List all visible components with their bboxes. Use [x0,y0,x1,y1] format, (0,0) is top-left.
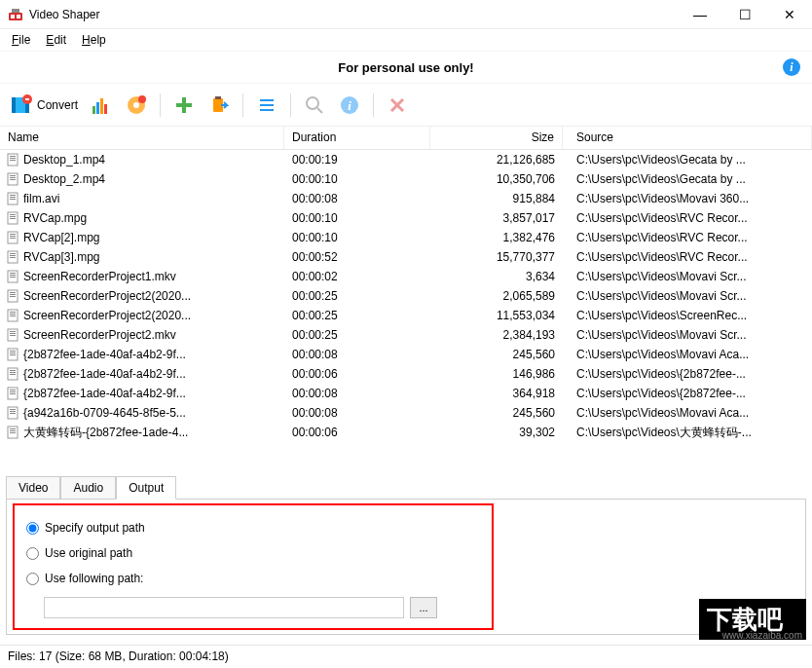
table-header: Name Duration Size Source [0,127,812,150]
file-size: 245,560 [430,348,563,361]
svg-rect-74 [10,370,16,371]
file-duration: 00:00:06 [284,426,430,439]
svg-rect-10 [96,102,99,114]
table-row[interactable]: ScreenRecorderProject1.mkv00:00:023,634C… [0,267,812,286]
minimize-button[interactable]: — [678,0,722,29]
svg-text:i: i [348,98,351,113]
equalizer-button[interactable] [86,90,117,121]
file-size: 146,986 [430,367,563,381]
table-row[interactable]: {2b872fee-1ade-40af-a4b2-9f...00:00:0824… [0,345,812,364]
file-source: C:\Users\pc\Videos\RVC Recor... [563,231,812,244]
svg-rect-86 [10,428,16,429]
file-size: 3,857,017 [430,211,563,225]
table-row[interactable]: 大黄蜂转码-{2b872fee-1ade-4...00:00:0639,302C… [0,423,812,442]
label-original-path: Use original path [45,546,132,560]
svg-rect-46 [10,234,16,235]
table-row[interactable]: ScreenRecorderProject2(2020...00:00:252,… [0,286,812,306]
file-size: 39,302 [430,426,563,439]
file-size: 3,634 [430,270,563,283]
svg-rect-66 [10,331,16,332]
file-source: C:\Users\pc\Videos\Movavi Aca... [563,348,812,361]
radio-specify-path[interactable] [26,522,39,535]
table-row[interactable]: {2b872fee-1ade-40af-a4b2-9f...00:00:0614… [0,364,812,384]
table-row[interactable]: RVCap.mpg00:00:103,857,017C:\Users\pc\Vi… [0,208,812,228]
file-size: 15,770,377 [430,250,563,264]
svg-rect-5 [12,97,16,113]
svg-rect-68 [10,335,16,336]
file-icon [6,309,19,322]
close-button[interactable]: ✕ [767,0,812,29]
file-duration: 00:00:08 [284,406,430,420]
tab-output[interactable]: Output [116,476,176,500]
table-row[interactable]: {2b872fee-1ade-40af-a4b2-9f...00:00:0836… [0,384,812,403]
list-button[interactable] [251,90,282,121]
paste-button[interactable] [203,90,235,121]
radio-following-path[interactable] [26,573,39,585]
menu-edit[interactable]: Edit [38,31,74,49]
info-button[interactable]: i [334,90,365,121]
svg-rect-19 [215,96,221,99]
table-row[interactable]: Desktop_2.mp400:00:1010,350,706C:\Users\… [0,169,812,189]
file-icon [6,270,19,283]
file-name: {2b872fee-1ade-40af-a4b2-9f... [23,348,186,361]
svg-rect-78 [10,390,16,390]
table-row[interactable]: RVCap[3].mpg00:00:5215,770,377C:\Users\p… [0,247,812,267]
file-source: C:\Users\pc\Videos\Movavi Scr... [563,289,812,303]
status-text: Files: 17 (Size: 68 MB, Duration: 00:04:… [8,649,229,663]
file-duration: 00:00:08 [284,348,430,361]
file-duration: 00:00:10 [284,231,430,244]
svg-rect-32 [10,160,16,161]
app-icon [8,7,23,22]
search-button[interactable] [299,90,330,121]
col-header-duration[interactable]: Duration [284,127,430,149]
table-row[interactable]: ScreenRecorderProject2(2020...00:00:2511… [0,306,812,325]
menu-file[interactable]: File [4,31,38,49]
titlebar: Video Shaper — ☐ ✕ [0,0,812,29]
file-duration: 00:00:08 [284,387,430,400]
col-header-name[interactable]: Name [0,127,284,149]
svg-rect-9 [92,106,95,114]
file-size: 2,384,193 [430,328,563,342]
file-size: 364,918 [430,387,563,400]
label-specify-path: Specify output path [45,521,145,535]
add-button[interactable] [168,90,200,121]
path-input[interactable] [44,597,404,618]
file-size: 1,382,476 [430,231,563,244]
menu-help[interactable]: Help [74,31,114,49]
file-icon [6,328,19,342]
svg-rect-2 [17,15,20,19]
file-duration: 00:00:10 [284,172,430,186]
table-row[interactable]: {a942a16b-0709-4645-8f5e-5...00:00:08245… [0,403,812,423]
file-size: 10,350,706 [430,172,563,186]
svg-rect-56 [10,277,16,278]
radio-original-path[interactable] [26,547,39,560]
maximize-button[interactable]: ☐ [722,0,767,29]
burn-disc-button[interactable] [121,90,152,121]
file-icon [6,153,19,167]
table-row[interactable]: ScreenRecorderProject2.mkv00:00:252,384,… [0,325,812,345]
tab-content-output: Specify output path Use original path Us… [6,499,806,635]
svg-rect-50 [10,253,16,254]
svg-rect-55 [10,275,16,276]
file-icon [6,192,19,205]
convert-button[interactable]: Convert [6,90,82,121]
table-row[interactable]: film.avi00:00:08915,884C:\Users\pc\Video… [0,189,812,208]
file-icon [6,211,19,225]
file-icon [6,406,19,420]
file-size: 21,126,685 [430,153,563,167]
table-row[interactable]: Desktop_1.mp400:00:1921,126,685C:\Users\… [0,150,812,169]
tab-audio[interactable]: Audio [60,476,116,500]
svg-point-15 [138,95,146,103]
col-header-source[interactable]: Source [563,127,812,149]
svg-rect-11 [100,98,103,114]
col-header-size[interactable]: Size [430,127,563,149]
svg-rect-82 [10,409,16,410]
svg-line-24 [317,108,322,113]
delete-button[interactable] [382,90,413,121]
tab-video[interactable]: Video [6,476,60,500]
file-icon [6,231,19,244]
table-row[interactable]: RVCap[2].mpg00:00:101,382,476C:\Users\pc… [0,228,812,247]
file-source: C:\Users\pc\Videos\Movavi Scr... [563,270,812,283]
info-icon[interactable]: i [783,58,800,76]
browse-button[interactable]: ... [410,597,437,618]
